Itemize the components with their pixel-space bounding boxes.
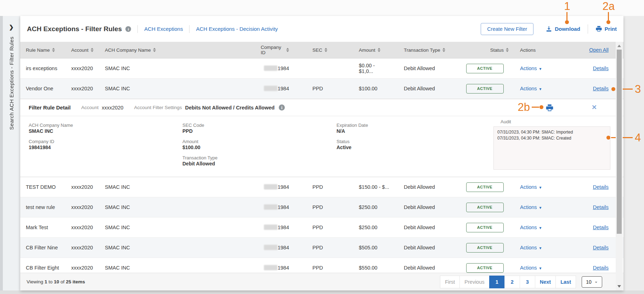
chevron-right-icon[interactable]: ❯	[3, 24, 20, 30]
actions-menu-button[interactable]: Actions▼	[520, 204, 542, 210]
left-edge-strip	[0, 16, 3, 290]
actions-menu-button[interactable]: Actions▼	[520, 265, 542, 271]
sort-icon	[286, 48, 289, 52]
details-link[interactable]: Details	[593, 245, 609, 250]
caret-down-icon: ▼	[539, 186, 542, 190]
column-header-amount[interactable]: Amount	[337, 47, 390, 53]
account-cell: xxxx2020	[71, 66, 105, 71]
pagination-last[interactable]: Last	[555, 276, 576, 288]
company-name-cell: SMAC INC	[105, 86, 261, 91]
company-name-cell: SMAC INC	[105, 66, 261, 71]
details-link[interactable]: Details	[593, 66, 609, 71]
field-value: 19841984	[29, 145, 73, 151]
details-link[interactable]: Details	[593, 204, 609, 210]
divider	[189, 25, 190, 33]
rule-name-cell: TEST DEMO	[26, 184, 71, 190]
rule-name-cell: Mark Test	[26, 225, 71, 230]
title-bar: ACH Exceptions - Filter Rules i ACH Exce…	[20, 16, 623, 42]
redacted-blur	[264, 225, 277, 230]
field-value: Debit Allowed	[182, 161, 218, 167]
account-cell: xxxx2020	[71, 225, 105, 230]
caret-down-icon: ▼	[539, 67, 542, 71]
company-id-cell: 1984	[261, 204, 289, 210]
details-link[interactable]: Details	[593, 225, 609, 230]
sidebar-label[interactable]: Search ACH Exceptions - Filter Rules	[9, 36, 15, 130]
column-header-rule-name[interactable]: Rule Name	[26, 47, 71, 53]
tab-ach-exceptions[interactable]: ACH Exceptions	[144, 26, 183, 32]
column-header-company-name[interactable]: ACH Company Name	[105, 47, 261, 53]
download-button[interactable]: Download	[546, 26, 580, 32]
actions-menu-button[interactable]: Actions▼	[520, 245, 542, 250]
page-bottom-band	[0, 290, 644, 294]
scroll-down-arrow-icon[interactable]	[617, 285, 621, 288]
actions-menu-button[interactable]: Actions▼	[520, 184, 542, 190]
sec-cell: PPD	[289, 265, 337, 271]
redacted-blur	[264, 184, 277, 190]
column-header-status[interactable]: Status	[461, 47, 509, 53]
pagination-next[interactable]: Next	[535, 276, 556, 288]
sec-cell: PPD	[289, 225, 337, 230]
detail-print-button[interactable]	[546, 104, 554, 112]
page-title: ACH Exceptions - Filter Rules	[27, 25, 122, 33]
actions-menu-button[interactable]: Actions▼	[520, 225, 542, 230]
audit-entry: 07/31/2023, 04:30 PM: SMAC: Imported	[497, 129, 606, 135]
company-id-cell: 1984	[261, 66, 289, 71]
open-all-link[interactable]: Open All	[589, 47, 609, 53]
details-link[interactable]: Details	[593, 184, 609, 190]
annotation-2b-dot	[540, 105, 543, 109]
pagination-page-2[interactable]: 2	[504, 276, 520, 288]
caret-down-icon: ▼	[539, 206, 542, 210]
status-badge: ACTIVE	[466, 223, 504, 232]
page-size-select[interactable]: 10 ⌄	[582, 276, 602, 288]
pagination-first[interactable]: First	[440, 276, 460, 288]
company-id-cell: 1984	[261, 86, 289, 91]
scroll-up-arrow-icon[interactable]	[617, 45, 621, 47]
actions-menu-button[interactable]: Actions▼	[520, 66, 542, 71]
actions-cell: Actions▼	[509, 245, 553, 250]
pagination-page-1[interactable]: 1	[489, 276, 505, 288]
sort-icon	[324, 48, 327, 52]
status-badge: ACTIVE	[466, 182, 504, 192]
status-cell: ACTIVE	[461, 223, 509, 232]
vertical-scrollbar[interactable]	[616, 42, 623, 290]
tab-decision-activity[interactable]: ACH Exceptions - Decision Activity	[196, 26, 278, 32]
details-link[interactable]: Details	[593, 86, 609, 91]
pagination: First Previous 1 2 3 Next Last 10 ⌄	[440, 276, 602, 288]
status-cell: ACTIVE	[461, 64, 509, 73]
create-new-filter-button[interactable]: Create New Filter	[481, 23, 533, 35]
company-id-cell: 1984	[261, 225, 289, 230]
column-header-account[interactable]: Account	[71, 47, 105, 53]
company-id-cell: 1984	[261, 184, 289, 190]
annotation-2a: 2a	[599, 1, 618, 12]
transaction-type-cell: Debit Allowed	[390, 184, 461, 190]
column-header-company-id[interactable]: Company ID	[261, 45, 289, 55]
info-icon[interactable]: i	[279, 104, 285, 111]
column-header-transaction-type[interactable]: Transaction Type	[390, 47, 461, 53]
column-header-sec[interactable]: SEC	[289, 47, 337, 53]
detail-settings-value: Debits Not Allowed / Credits Allowed	[185, 105, 275, 111]
table-row: Vendor One xxxx2020 SMAC INC 1984 PPD $1…	[20, 79, 623, 99]
status-cell: ACTIVE	[461, 84, 509, 94]
status-cell: ACTIVE	[461, 263, 509, 273]
company-id-cell: 1984	[261, 245, 289, 250]
amount-cell: $0.00 - $1,0...	[337, 63, 390, 74]
pagination-previous[interactable]: Previous	[459, 276, 489, 288]
rows-bottom: TEST DEMO xxxx2020 SMAC INC 1984 PPD $15…	[20, 177, 623, 278]
scrollbar-thumb[interactable]	[617, 50, 622, 234]
column-header-actions: Actions	[509, 47, 553, 53]
filter-rules-panel: ACH Exceptions - Filter Rules i ACH Exce…	[20, 16, 623, 290]
pagination-page-3[interactable]: 3	[520, 276, 535, 288]
account-cell: xxxx2020	[71, 86, 105, 91]
field-value: N/A	[337, 128, 368, 134]
company-id-cell: 1984	[261, 265, 289, 271]
details-link[interactable]: Details	[593, 265, 609, 271]
annotation-3: 3	[635, 84, 641, 95]
actions-menu-button[interactable]: Actions▼	[520, 86, 542, 91]
divider	[588, 24, 588, 34]
collapsed-search-sidebar[interactable]: ❯ Search ACH Exceptions - Filter Rules	[3, 16, 20, 290]
field-label: Company ID	[29, 139, 73, 145]
info-icon[interactable]: i	[125, 26, 131, 32]
rule-name-cell: irs exceptions	[26, 66, 71, 71]
print-button[interactable]: Print	[595, 26, 617, 32]
close-icon[interactable]: ✕	[592, 103, 597, 111]
